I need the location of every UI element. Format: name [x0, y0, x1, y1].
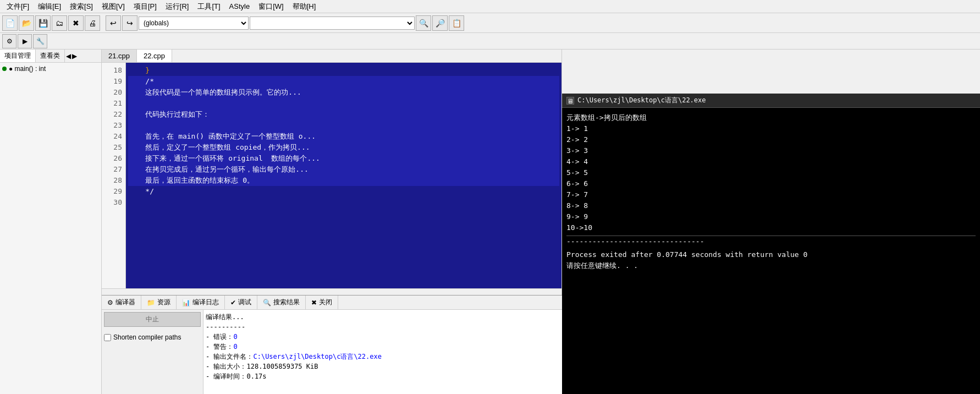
stop-button[interactable]: 中止: [104, 312, 201, 327]
tab-compile-log[interactable]: 📊 编译日志: [177, 296, 225, 309]
close-btn[interactable]: ✖: [68, 15, 84, 31]
print-btn[interactable]: 🖨: [85, 15, 100, 31]
menu-item-astyle[interactable]: AStyle: [225, 1, 255, 12]
tab-search[interactable]: 🔍 搜索结果: [257, 296, 306, 309]
code-line-26: 接下来，通过一个循环将 original 数组的每个...: [128, 153, 559, 164]
output-path-label: - 输出文件名：: [206, 353, 253, 360]
output-path-line: - 输出文件名：C:\Users\zjl\Desktop\c语言\22.exe: [206, 352, 560, 362]
tab-search-label: 搜索结果: [273, 298, 300, 307]
terminal-line-2: 2-> 2: [566, 134, 976, 145]
close-icon: ✖: [311, 299, 317, 307]
code-line-28: 最后，返回主函数的结束标志 0。: [128, 175, 559, 186]
sidebar-item-label: ● main() : int: [9, 65, 46, 73]
terminal-content[interactable]: 元素数组->拷贝后的数组 1-> 1 2-> 2 3-> 3 4-> 4 5->…: [562, 108, 980, 394]
save-all-btn[interactable]: 🗂: [52, 15, 67, 31]
error-label: - 错误：: [206, 333, 233, 341]
terminal-line-10: 10->10: [566, 222, 976, 233]
globals-dropdown[interactable]: (globals): [139, 17, 249, 30]
warning-line: - 警告：0: [206, 342, 560, 352]
error-count[interactable]: 0: [233, 333, 237, 341]
editor-content[interactable]: 18 19 20 21 22 23 24 25 26 27 28 29 30 }: [102, 63, 561, 288]
error-line: - 错误：0: [206, 332, 560, 342]
compile-output: 编译结果... ---------- - 错误：0 - 警告：0 - 输出文件名…: [203, 310, 562, 394]
menu-bar: 文件[F] 编辑[E] 搜索[S] 视图[V] 项目[P] 运行[R] 工具[T…: [0, 0, 980, 13]
log-icon: 📊: [182, 299, 190, 307]
code-line-19: /*: [128, 76, 559, 87]
shorten-paths-checkbox[interactable]: [104, 334, 111, 341]
scope-dropdown[interactable]: [250, 17, 415, 30]
menu-item-search[interactable]: 搜索[S]: [65, 1, 97, 13]
sidebar-tab-class[interactable]: 查看类: [36, 50, 65, 62]
menu-item-edit[interactable]: 编辑[E]: [34, 1, 65, 13]
undo-btn[interactable]: ↩: [106, 15, 121, 31]
bottom-tabs: ⚙ 编译器 📁 资源 📊 编译日志 ✔ 调试 🔍 搜索结果: [102, 296, 562, 310]
compile-result-label: 编译结果...: [206, 312, 560, 322]
tab-22cpp[interactable]: 22.cpp: [137, 50, 172, 62]
code-line-20: 这段代码是一个简单的数组拷贝示例。它的功...: [128, 87, 559, 98]
terminal-line-1: 1-> 1: [566, 123, 976, 134]
tab-log-label: 编译日志: [192, 298, 219, 307]
menu-item-window[interactable]: 窗口[W]: [254, 1, 288, 13]
code-line-22: 代码执行过程如下：: [128, 109, 559, 120]
tab-debug[interactable]: ✔ 调试: [225, 296, 257, 309]
compile-time-line: - 编译时间：0.17s: [206, 371, 560, 381]
shorten-paths-container: Shorten compiler paths: [104, 333, 201, 341]
output-path-value[interactable]: C:\Users\zjl\Desktop\c语言\22.exe: [253, 353, 382, 360]
tab-close-label: 关闭: [319, 298, 332, 307]
tab-resources[interactable]: 📁 资源: [141, 296, 177, 309]
code-line-30: [128, 197, 559, 208]
code-line-25: 然后，定义了一个整型数组 copied，作为拷贝...: [128, 142, 559, 153]
tab-compiler-label: 编译器: [115, 298, 135, 307]
terminal-line-4: 4-> 4: [566, 156, 976, 167]
compile-btn[interactable]: ⚙: [2, 34, 16, 48]
search-btn[interactable]: 🔍: [416, 15, 431, 31]
bottom-content: 中止 Shorten compiler paths 编译结果... ------…: [102, 310, 562, 394]
warning-label: - 警告：: [206, 343, 233, 351]
menu-item-view[interactable]: 视图[V]: [97, 1, 129, 13]
tab-close[interactable]: ✖ 关闭: [306, 296, 338, 309]
terminal-line-3: 3-> 3: [566, 145, 976, 156]
replace-btn[interactable]: 📋: [449, 15, 464, 31]
sidebar: 项目管理 查看类 ◀ ▶ ● main() : int: [0, 50, 102, 394]
green-dot-icon: [2, 67, 7, 71]
terminal-line-5: 5-> 5: [566, 167, 976, 178]
debug-icon: ✔: [230, 299, 236, 307]
run-btn[interactable]: ▶: [18, 34, 32, 48]
search2-btn[interactable]: 🔎: [432, 15, 448, 31]
code-line-29: */: [128, 186, 559, 197]
menu-item-file[interactable]: 文件[F]: [2, 1, 34, 13]
code-line-24: 首先，在 main() 函数中定义了一个整型数组 o...: [128, 131, 559, 142]
main-area: 项目管理 查看类 ◀ ▶ ● main() : int 21.cpp 22.cp…: [0, 50, 980, 394]
sidebar-tab-project[interactable]: 项目管理: [0, 50, 36, 62]
code-line-18: }: [128, 65, 559, 76]
sidebar-item-main[interactable]: ● main() : int: [1, 64, 100, 74]
terminal-process-line: Process exited after 0.07744 seconds wit…: [566, 249, 976, 260]
terminal-line-6: 6-> 6: [566, 178, 976, 189]
save-btn[interactable]: 💾: [35, 15, 51, 31]
tab-21cpp[interactable]: 21.cpp: [102, 50, 137, 62]
open-btn[interactable]: 📂: [19, 15, 34, 31]
code-editor[interactable]: } /* 这段代码是一个简单的数组拷贝示例。它的功... 代码执行过程如下： 首…: [126, 63, 561, 288]
redo-btn[interactable]: ↪: [122, 15, 137, 31]
new-btn[interactable]: 📄: [2, 15, 18, 31]
menu-item-run[interactable]: 运行[R]: [161, 1, 194, 13]
next-btn[interactable]: ▶: [72, 52, 77, 60]
debug-btn[interactable]: 🔧: [33, 34, 47, 48]
resources-icon: 📁: [147, 299, 155, 307]
warning-count[interactable]: 0: [233, 343, 237, 351]
terminal-line-7: 7-> 7: [566, 189, 976, 200]
code-line-21: [128, 98, 559, 109]
output-size-line: - 输出大小：128.1005859375 KiB: [206, 362, 560, 371]
terminal-header: 元素数组->拷贝后的数组: [566, 112, 976, 123]
horizontal-scrollbar[interactable]: [102, 288, 561, 295]
menu-item-tools[interactable]: 工具[T]: [193, 1, 224, 13]
tab-compiler[interactable]: ⚙ 编译器: [102, 296, 141, 309]
prev-btn[interactable]: ◀: [66, 52, 71, 60]
shorten-paths-label: Shorten compiler paths: [113, 333, 181, 341]
line-numbers: 18 19 20 21 22 23 24 25 26 27 28 29 30: [102, 63, 126, 288]
menu-item-project[interactable]: 项目[P]: [129, 1, 161, 13]
code-line-27: 在拷贝完成后，通过另一个循环，输出每个原始...: [128, 164, 559, 175]
terminal-press-key: 请按任意键继续. . .: [566, 260, 976, 271]
compile-separator: ----------: [206, 322, 560, 332]
menu-item-help[interactable]: 帮助[H]: [288, 1, 321, 13]
